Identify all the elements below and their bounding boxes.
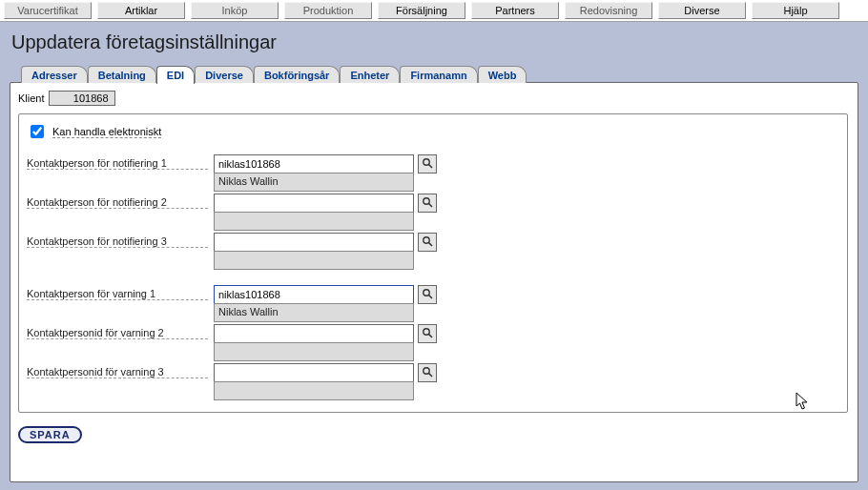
warn-3-input[interactable] bbox=[214, 363, 414, 382]
notify-1-label: Kontaktperson för notifiering 1 bbox=[27, 154, 208, 170]
klient-row: Klient 101868 bbox=[18, 91, 848, 106]
warn-1-input[interactable] bbox=[214, 285, 414, 304]
menu-produktion[interactable]: Produktion bbox=[284, 2, 372, 19]
svg-point-2 bbox=[424, 197, 429, 203]
notify-1-display: Niklas Wallin bbox=[214, 173, 414, 192]
notify-2-lookup-button[interactable] bbox=[418, 194, 437, 213]
notify-2-label: Kontaktperson för notifiering 2 bbox=[27, 194, 208, 209]
svg-line-7 bbox=[429, 295, 433, 298]
tab-edi[interactable]: EDI bbox=[156, 66, 195, 84]
warn-3-display bbox=[214, 381, 414, 400]
menu-forsaljning[interactable]: Försäljning bbox=[378, 2, 465, 19]
edi-group: Kan handla elektroniskt Kontaktperson fö… bbox=[18, 113, 848, 413]
warn-2-lookup-button[interactable] bbox=[418, 324, 437, 343]
tab-diverse[interactable]: Diverse bbox=[195, 66, 254, 83]
svg-line-5 bbox=[429, 242, 433, 246]
menu-varucertifikat[interactable]: Varucertifikat bbox=[4, 2, 92, 19]
warn-3-lookup-button[interactable] bbox=[418, 363, 437, 382]
tab-betalning[interactable]: Betalning bbox=[88, 66, 156, 83]
svg-line-9 bbox=[429, 334, 433, 337]
notify-3-lookup-button[interactable] bbox=[418, 233, 437, 252]
main-area: Uppdatera företagsinställningar Adresser… bbox=[0, 22, 868, 490]
warn-2-input[interactable] bbox=[214, 324, 414, 343]
tab-firmanamn[interactable]: Firmanamn bbox=[400, 66, 477, 83]
warn-2-display bbox=[214, 342, 414, 361]
svg-point-4 bbox=[424, 236, 429, 242]
tab-webb[interactable]: Webb bbox=[478, 66, 527, 83]
klient-label: Klient bbox=[18, 92, 45, 104]
menu-inkop[interactable]: Inköp bbox=[191, 2, 279, 19]
menu-redovisning[interactable]: Redovisning bbox=[565, 2, 652, 19]
svg-point-6 bbox=[424, 289, 429, 295]
tab-bokforingsar[interactable]: Bokföringsår bbox=[254, 66, 340, 83]
search-icon bbox=[422, 235, 433, 250]
svg-point-8 bbox=[424, 328, 429, 334]
tab-panel: Klient 101868 Kan handla elektroniskt Ko… bbox=[10, 82, 858, 482]
notify-2-display bbox=[214, 212, 414, 231]
page-title: Uppdatera företagsinställningar bbox=[11, 31, 864, 53]
save-button[interactable]: SPARA bbox=[18, 426, 82, 443]
top-menubar: Varucertifikat Artiklar Inköp Produktion… bbox=[0, 0, 868, 22]
notify-1-lookup-button[interactable] bbox=[418, 154, 437, 174]
notify-3-display bbox=[214, 251, 414, 270]
search-icon bbox=[422, 366, 433, 380]
search-icon bbox=[422, 327, 433, 341]
warn-1-label: Kontaktperson för varning 1 bbox=[27, 285, 208, 300]
search-icon bbox=[422, 288, 433, 302]
electronic-trade-checkbox[interactable] bbox=[31, 125, 44, 138]
search-icon bbox=[422, 196, 433, 211]
menu-diverse[interactable]: Diverse bbox=[658, 2, 746, 19]
search-icon bbox=[422, 157, 433, 172]
menu-hjalp[interactable]: Hjälp bbox=[752, 2, 839, 19]
notify-3-input[interactable] bbox=[214, 233, 414, 252]
svg-line-11 bbox=[429, 373, 433, 377]
menu-partners[interactable]: Partners bbox=[471, 2, 559, 19]
tab-adresser[interactable]: Adresser bbox=[21, 66, 88, 83]
notify-1-input[interactable] bbox=[214, 154, 414, 174]
menu-artiklar[interactable]: Artiklar bbox=[97, 2, 185, 19]
tab-enheter[interactable]: Enheter bbox=[340, 66, 400, 83]
svg-line-1 bbox=[429, 164, 433, 168]
warn-1-display: Niklas Wallin bbox=[214, 303, 414, 322]
svg-point-10 bbox=[424, 367, 429, 373]
notify-2-input[interactable] bbox=[214, 194, 414, 213]
svg-line-3 bbox=[429, 203, 433, 207]
klient-value: 101868 bbox=[49, 91, 115, 106]
notify-3-label: Kontaktperson för notifiering 3 bbox=[27, 233, 208, 248]
svg-point-0 bbox=[424, 158, 429, 164]
warn-3-label: Kontaktpersonid för varning 3 bbox=[27, 363, 208, 378]
electronic-trade-label: Kan handla elektroniskt bbox=[52, 126, 161, 138]
tabstrip: Adresser Betalning EDI Diverse Bokföring… bbox=[21, 65, 864, 83]
warn-1-lookup-button[interactable] bbox=[418, 285, 437, 304]
warn-2-label: Kontaktpersonid för varning 2 bbox=[27, 324, 208, 339]
